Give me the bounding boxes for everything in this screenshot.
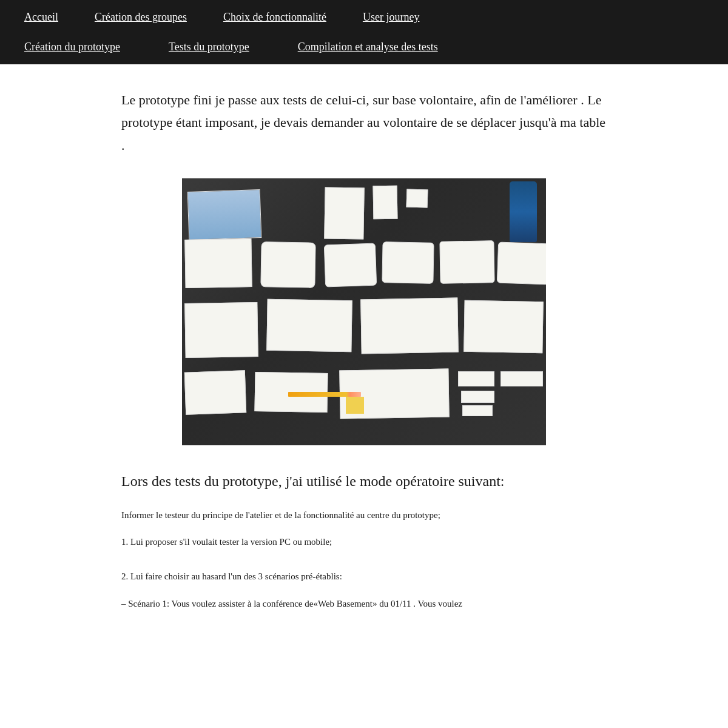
paper-folder xyxy=(187,189,262,240)
paper-card-9 xyxy=(497,242,546,285)
navigation: Accueil Création des groupes Choix de fo… xyxy=(0,0,728,64)
main-content: Le prototype fini je passe aux tests de … xyxy=(0,64,728,636)
water-bottle xyxy=(510,181,537,242)
spacer xyxy=(121,554,607,569)
paper-card-10 xyxy=(184,302,258,358)
section-heading: Lors des tests du prototype, j'ai utilis… xyxy=(121,470,607,493)
paper-card-2 xyxy=(373,186,398,220)
nav-row-1: Accueil Création des groupes Choix de fo… xyxy=(0,0,728,35)
paper-card-3 xyxy=(406,189,428,208)
nav-link-tests-prototype[interactable]: Tests du prototype xyxy=(169,41,249,53)
scenario-1-text: – Scénario 1: Vous voulez assister à la … xyxy=(121,596,607,612)
paper-card-6 xyxy=(324,243,377,288)
postit xyxy=(346,397,364,414)
paper-card-18 xyxy=(461,391,494,403)
paper-card-7 xyxy=(382,241,434,283)
section-body-inform: Informer le testeur du principe de l'ate… xyxy=(121,508,607,523)
paper-card-12 xyxy=(360,298,459,354)
nav-link-user-journey[interactable]: User journey xyxy=(363,11,419,24)
paper-card-8 xyxy=(439,240,494,284)
nav-link-choix-fonctionnalite[interactable]: Choix de fonctionnalité xyxy=(223,11,326,24)
paper-card-13 xyxy=(463,300,543,353)
paper-card-1 xyxy=(324,187,364,240)
nav-link-creation-prototype[interactable]: Création du prototype xyxy=(24,41,120,53)
nav-row-2: Création du prototype Tests du prototype… xyxy=(0,35,728,64)
paper-card-11 xyxy=(266,299,352,352)
nav-link-creation-groupes[interactable]: Création des groupes xyxy=(95,11,187,24)
nav-link-accueil[interactable]: Accueil xyxy=(24,11,58,24)
intro-paragraph: Le prototype fini je passe aux tests de … xyxy=(121,89,607,157)
list-item-2: 2. Lui faire choisir au hasard l'un des … xyxy=(121,569,607,584)
nav-link-compilation-analyse[interactable]: Compilation et analyse des tests xyxy=(298,41,438,53)
paper-card-14 xyxy=(184,370,246,414)
paper-card-19 xyxy=(462,405,493,416)
prototype-photo xyxy=(182,178,546,445)
paper-card-5 xyxy=(260,241,315,288)
paper-card-17 xyxy=(458,371,494,386)
list-item-1: 1. Lui proposer s'il voulait tester la v… xyxy=(121,534,607,550)
paper-card-4 xyxy=(184,238,252,288)
paper-card-20 xyxy=(500,371,543,386)
pencil xyxy=(288,392,361,397)
